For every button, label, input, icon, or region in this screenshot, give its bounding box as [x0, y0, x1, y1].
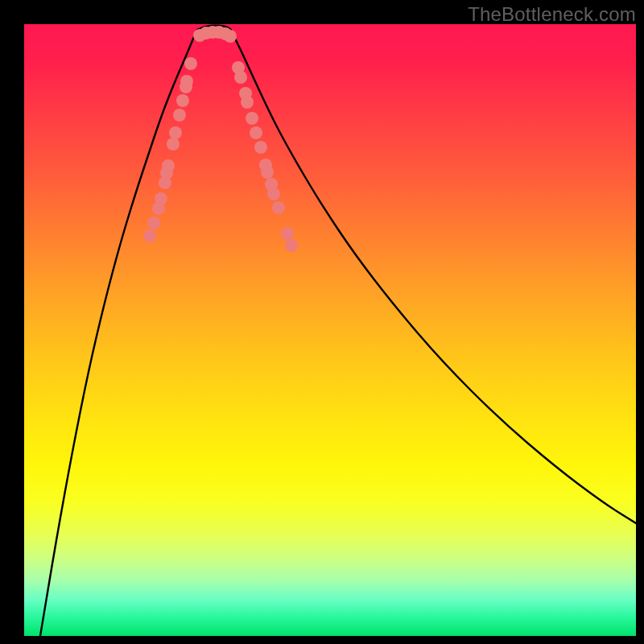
data-point-right: [246, 112, 258, 125]
data-point-left: [184, 57, 197, 70]
plot-svg: [24, 24, 636, 636]
data-point-left: [162, 159, 175, 172]
data-point-right: [234, 71, 247, 84]
data-point-left: [180, 75, 193, 88]
data-point-right: [254, 141, 267, 154]
data-point-right: [285, 239, 298, 252]
data-point-left: [155, 192, 167, 205]
data-point-right: [272, 201, 285, 214]
data-point-left: [143, 229, 156, 242]
plot-area: [24, 24, 636, 636]
data-point-left: [173, 109, 186, 122]
data-point-right: [281, 227, 294, 240]
bottleneck-curve: [40, 26, 636, 636]
data-point-right: [241, 96, 254, 109]
data-point-right: [250, 126, 262, 139]
data-point-left: [167, 138, 180, 151]
data-point-floor: [224, 30, 237, 43]
data-point-left: [169, 126, 182, 139]
data-point-left: [147, 217, 160, 229]
chart-frame: TheBottleneck.com: [0, 0, 644, 644]
data-point-right: [261, 166, 274, 179]
data-point-right: [267, 188, 280, 200]
watermark-text: TheBottleneck.com: [468, 3, 636, 26]
data-point-left: [176, 94, 189, 107]
